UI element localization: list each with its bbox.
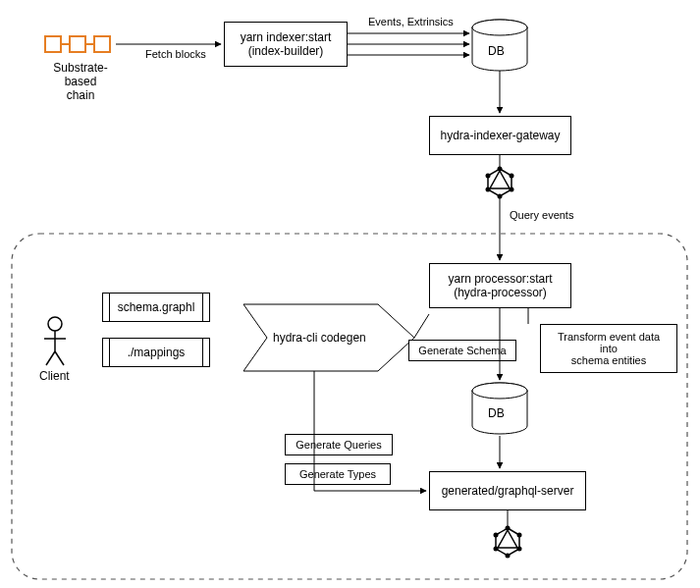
svg-point-26 xyxy=(494,533,499,538)
svg-point-2 xyxy=(472,20,527,35)
svg-line-14 xyxy=(46,351,55,365)
svg-point-6 xyxy=(510,174,514,179)
svg-point-5 xyxy=(498,167,503,172)
svg-rect-0 xyxy=(12,234,687,579)
db2-label: DB xyxy=(488,406,505,420)
indexer-box: yarn indexer:start (index-builder) xyxy=(224,22,348,67)
mappings-file-card: ./mappings xyxy=(102,338,210,367)
codegen-label: hydra-cli codegen xyxy=(273,331,366,345)
svg-point-8 xyxy=(498,194,503,199)
query-events-label: Query events xyxy=(510,209,573,221)
events-extrinsics-label: Events, Extrinsics xyxy=(368,16,454,27)
fetch-blocks-label: Fetch blocks xyxy=(145,48,206,60)
svg-point-10 xyxy=(486,174,491,179)
substrate-chain-label: Substrate- based chain xyxy=(41,61,120,102)
gen-types-box: Generate Types xyxy=(285,463,391,485)
schema-file-label: schema.graphl xyxy=(118,300,195,314)
svg-point-21 xyxy=(506,526,511,531)
gen-schema-box: Generate Schema xyxy=(408,340,516,361)
svg-marker-3 xyxy=(488,169,512,196)
svg-point-22 xyxy=(517,533,522,538)
svg-point-17 xyxy=(472,383,527,399)
svg-point-24 xyxy=(506,554,511,559)
transform-box: Transform event data into schema entitie… xyxy=(540,324,677,373)
gateway-box: hydra-indexer-gateway xyxy=(429,116,571,155)
svg-point-11 xyxy=(48,317,62,331)
svg-marker-19 xyxy=(496,528,519,556)
svg-line-15 xyxy=(55,351,64,365)
svg-marker-20 xyxy=(498,530,517,548)
gql-server-box: generated/graphql-server xyxy=(429,471,586,510)
gen-queries-box: Generate Queries xyxy=(285,434,393,455)
substrate-chain-icon xyxy=(44,35,111,53)
schema-file-card: schema.graphl xyxy=(102,293,210,322)
svg-point-7 xyxy=(510,187,514,192)
mappings-file-label: ./mappings xyxy=(128,346,186,359)
svg-point-23 xyxy=(517,547,522,552)
db1-label: DB xyxy=(488,44,505,58)
svg-point-9 xyxy=(486,187,491,192)
client-label: Client xyxy=(39,369,70,383)
svg-point-18 xyxy=(472,383,527,399)
client-icon xyxy=(44,317,66,365)
svg-point-25 xyxy=(494,547,499,552)
processor-box: yarn processor:start (hydra-processor) xyxy=(429,263,571,308)
svg-point-1 xyxy=(472,20,527,35)
svg-marker-4 xyxy=(490,171,510,188)
